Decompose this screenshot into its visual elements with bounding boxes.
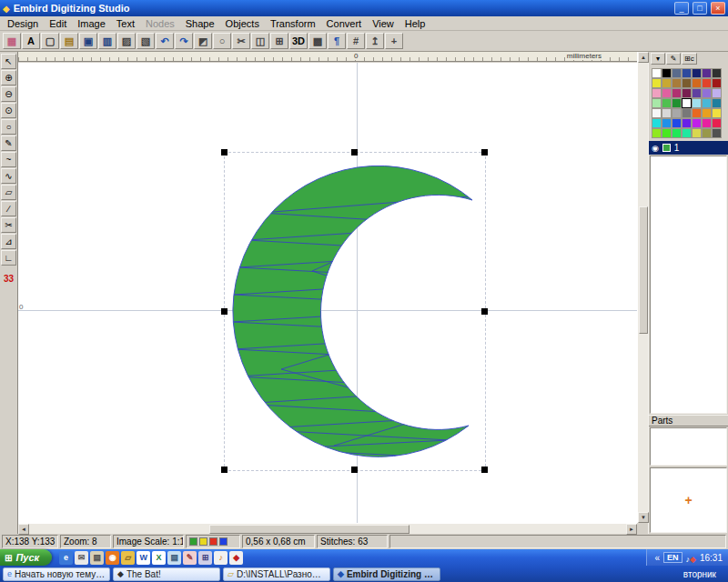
internet-explorer-icon[interactable]: e: [59, 551, 73, 565]
parts-list[interactable]: [650, 427, 727, 466]
task-embird[interactable]: ◆ Embird Digitizing Stud...: [333, 567, 440, 581]
line-tool[interactable]: ∕: [1, 201, 16, 216]
palette-color[interactable]: [712, 128, 722, 138]
palette-color[interactable]: [662, 78, 672, 88]
shield-icon[interactable]: ◆: [690, 555, 696, 564]
antivirus-icon[interactable]: ◆: [229, 551, 243, 565]
palette-color[interactable]: [662, 128, 672, 138]
menu-design[interactable]: Design: [2, 17, 44, 30]
scroll-up-arrow[interactable]: ▲: [638, 52, 649, 63]
palette-color[interactable]: [672, 118, 682, 128]
calculator-icon[interactable]: ⊞: [198, 551, 212, 565]
zoom-in-tool[interactable]: ⊕: [1, 70, 16, 85]
status-color-swatch[interactable]: [199, 537, 207, 546]
selection-handle[interactable]: [481, 149, 488, 156]
start-button[interactable]: ⊞ Пуск: [0, 549, 52, 566]
freehand-tool[interactable]: ✎: [1, 135, 16, 151]
redo-button[interactable]: ↷: [175, 33, 193, 49]
status-color-swatch[interactable]: [189, 537, 197, 546]
selection-handle[interactable]: [221, 467, 228, 473]
status-color-swatch[interactable]: [209, 537, 217, 546]
copy-button[interactable]: ▧: [136, 33, 155, 49]
select-mode-button[interactable]: ◩: [194, 33, 212, 49]
menu-shape[interactable]: Shape: [180, 17, 220, 30]
move-up-button[interactable]: ↥: [366, 33, 384, 49]
maximize-button[interactable]: □: [693, 2, 707, 15]
task-thebat[interactable]: ◆ The Bat!: [113, 567, 220, 581]
palette-color[interactable]: [652, 78, 662, 88]
palette-color[interactable]: [652, 118, 662, 128]
zoom-out-tool[interactable]: ⊖: [1, 86, 16, 102]
palette-color[interactable]: [692, 78, 702, 88]
palette-color[interactable]: [662, 88, 672, 98]
palette-color[interactable]: [652, 128, 662, 138]
palette-color[interactable]: [692, 128, 702, 138]
palette-color[interactable]: [672, 68, 682, 78]
palette-color[interactable]: [702, 128, 712, 138]
density-button[interactable]: ¶: [328, 33, 346, 49]
palette-color[interactable]: [692, 98, 702, 108]
media-player-icon[interactable]: ◉: [106, 551, 119, 565]
palette-color[interactable]: [712, 118, 722, 128]
palette-color[interactable]: [682, 88, 692, 98]
mail-icon[interactable]: ✉: [75, 551, 88, 565]
close-button[interactable]: ×: [711, 2, 725, 15]
ellipse-mode-button[interactable]: ○: [213, 33, 231, 49]
palette-color[interactable]: [702, 118, 712, 128]
menu-text[interactable]: Text: [111, 17, 140, 30]
palette-color[interactable]: [662, 68, 672, 78]
horizontal-scroll-thumb[interactable]: [209, 525, 410, 534]
menu-help[interactable]: Help: [399, 17, 431, 30]
select-tool[interactable]: ↖: [1, 54, 16, 69]
parts-preview[interactable]: +: [650, 467, 727, 533]
palette-color[interactable]: [662, 118, 672, 128]
selection-handle[interactable]: [351, 467, 358, 473]
menu-convert[interactable]: Convert: [321, 17, 368, 30]
palette-color[interactable]: [692, 88, 702, 98]
selection-handle[interactable]: [481, 467, 488, 473]
add-button[interactable]: +: [385, 33, 403, 49]
palette-color[interactable]: [652, 98, 662, 108]
order-button[interactable]: #: [347, 33, 365, 49]
curve-tool[interactable]: ∿: [1, 168, 16, 184]
visibility-eye-icon[interactable]: ◉: [652, 144, 659, 153]
selection-handle[interactable]: [221, 149, 228, 156]
knife-tool[interactable]: ✂: [1, 217, 16, 233]
show-desktop-icon[interactable]: ▤: [90, 551, 104, 565]
paint-icon[interactable]: ✎: [183, 551, 197, 565]
menu-image[interactable]: Image: [72, 17, 111, 30]
palette-color[interactable]: [682, 98, 692, 108]
palette-color[interactable]: [672, 108, 682, 118]
language-indicator[interactable]: EN: [663, 552, 682, 563]
menu-transform[interactable]: Transform: [265, 17, 321, 30]
palette-color[interactable]: [682, 128, 692, 138]
winamp-icon[interactable]: ♪: [214, 551, 228, 565]
save-all-button[interactable]: ▥: [98, 33, 116, 49]
magnet-button[interactable]: ◫: [251, 33, 269, 49]
palette-color[interactable]: [672, 78, 682, 88]
arc-tool[interactable]: ~: [1, 152, 16, 167]
folder-icon[interactable]: ▱: [121, 551, 135, 565]
tray-chevron-icon[interactable]: «: [654, 553, 660, 563]
node-tool[interactable]: ▱: [1, 185, 16, 200]
lettering-button[interactable]: A: [22, 33, 40, 49]
ellipse-tool[interactable]: ○: [1, 119, 16, 135]
grid-button[interactable]: ⊞: [270, 33, 288, 49]
vertical-scroll-thumb[interactable]: [639, 206, 648, 334]
palette-color[interactable]: [712, 108, 722, 118]
palette-color[interactable]: [652, 88, 662, 98]
palette-color[interactable]: [652, 108, 662, 118]
horizontal-scrollbar[interactable]: ◄ ►: [18, 523, 637, 534]
design-grid-button[interactable]: ▦: [3, 33, 21, 49]
palette-color[interactable]: [682, 68, 692, 78]
palette-color[interactable]: [702, 68, 712, 78]
open-design-button[interactable]: ▤: [60, 33, 78, 49]
clock[interactable]: 16:31: [700, 553, 723, 563]
layer-row-selected[interactable]: ◉ 1: [649, 141, 728, 155]
task-folder[interactable]: ▱ D:\INSTALL\Разное\Embird: [223, 567, 330, 581]
vertical-scrollbar[interactable]: ▲ ▼: [637, 52, 648, 523]
excel-icon[interactable]: X: [152, 551, 166, 565]
palette-color[interactable]: [662, 108, 672, 118]
crescent-design-object[interactable]: [225, 153, 485, 470]
scissors-button[interactable]: ✂: [232, 33, 250, 49]
